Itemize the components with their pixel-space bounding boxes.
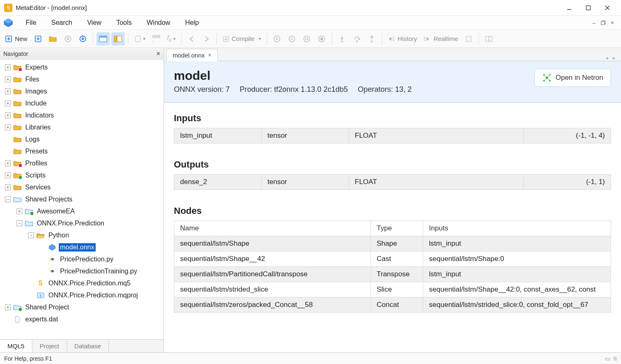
document-tab[interactable]: model.onnx × [166,49,218,61]
expander-placeholder [40,256,46,262]
tree-item[interactable]: −ONNX.Price.Prediction [0,217,164,229]
window-close-button[interactable] [598,1,617,14]
table-header-row: NameTypeInputs [174,221,611,236]
compile-button[interactable]: Compile ▾ [220,32,263,46]
model-producer: Producer: tf2onnx 1.13.0 2c1db5 [240,85,348,94]
tree-item[interactable]: +AwesomeEA [0,205,164,217]
menu-window[interactable]: Window [139,17,178,28]
step-over-icon [353,35,361,43]
expand-icon[interactable]: + [5,172,11,178]
tree-item[interactable]: Presets [0,145,164,157]
tree-item[interactable]: +Libraries [0,121,164,133]
tree-item[interactable]: ꔷꔷPricePredictionTraining.py [0,265,164,277]
tree-item[interactable]: +Include [0,97,164,109]
var-button[interactable]: VAR↓ [149,32,163,46]
tree-item[interactable]: +Indicators [0,109,164,121]
tree-item[interactable]: +Files [0,73,164,85]
navigator-tab-mql5[interactable]: MQL5 [0,340,32,352]
history-button[interactable]: History [385,32,420,46]
document-tab-close[interactable]: × [208,52,212,58]
tree-item[interactable]: +Shared Project [0,301,164,313]
tree-item-label: PricePredictionTraining.py [59,267,138,275]
debug-start-button[interactable] [270,32,284,46]
expand-icon[interactable]: + [5,77,11,82]
menu-file[interactable]: File [18,17,44,28]
function-button[interactable]: fx▾ [164,32,178,46]
menu-view[interactable]: View [79,17,108,28]
expand-icon[interactable]: + [5,65,11,70]
expand-icon[interactable]: + [5,125,11,130]
tree-item[interactable]: Logs [0,133,164,145]
expand-icon[interactable]: + [5,89,11,94]
table-row: sequential/lstm/PartitionedCall/transpos… [174,267,611,282]
tab-scroll-arrows[interactable]: ◂ ▸ [602,55,621,61]
menu-search[interactable]: Search [44,17,80,28]
realtime-button[interactable]: Realtime [421,32,460,46]
tree-item[interactable]: 5ONNX.Price.Prediction.mq5 [0,277,164,289]
mdi-restore-button[interactable] [599,19,607,26]
open-button[interactable] [46,32,60,46]
navigator-tab-project[interactable]: Project [32,340,67,352]
expander-placeholder [40,268,46,274]
window-minimize-button[interactable] [560,1,579,14]
clipboard-button[interactable]: ▾ [132,32,148,46]
step-over-button[interactable] [350,32,363,46]
step-out-button[interactable] [365,32,378,46]
navigator-header: Navigator × [0,48,164,60]
mdi-close-button[interactable]: × [609,19,616,26]
debug-resume-button[interactable] [285,32,298,46]
step-into-button[interactable] [335,32,349,46]
save-all-button[interactable] [76,32,89,46]
tree-item[interactable]: model.onnx [0,241,164,253]
debug-stop-button[interactable] [315,32,328,46]
navigator-tab-database[interactable]: Database [67,340,109,352]
collapse-icon[interactable]: − [28,232,34,238]
minimize-icon [567,5,572,10]
tree-item[interactable]: +Services [0,181,164,193]
expand-icon[interactable]: + [5,304,11,310]
collapse-icon[interactable]: − [17,220,22,226]
menu-help[interactable]: Help [178,17,206,28]
tree-item[interactable]: +Images [0,85,164,97]
tree-item[interactable]: −Python [0,229,164,241]
mdi-minimize-button[interactable]: – [590,19,598,26]
tree-item[interactable]: +Profiles [0,157,164,169]
expand-icon[interactable]: + [5,113,11,118]
profiler-button[interactable] [462,32,475,46]
new-icon [5,35,12,43]
svg-point-31 [341,41,343,42]
svg-marker-42 [49,244,55,250]
collapse-icon[interactable]: − [5,196,11,202]
tree-item[interactable]: −Shared Projects [0,193,164,205]
new-button[interactable]: New [2,32,30,46]
folder-blue-icon [13,196,22,203]
document-body[interactable]: model ONNX version: 7 Producer: tf2onnx … [164,61,621,352]
navigator-tree[interactable]: +Experts+Files+Images+Include+Indicators… [0,60,164,339]
nodes-table: NameTypeInputssequential/lstm/ShapeShape… [174,220,611,313]
new-file-button[interactable] [31,32,45,46]
window-maximize-button[interactable] [579,1,598,14]
navigator-toggle-button[interactable] [96,32,110,46]
tree-item[interactable]: ꔷꔷPricePrediction.py [0,253,164,265]
expand-icon[interactable]: + [5,184,11,190]
tree-item[interactable]: +Experts [0,61,164,73]
debug-pause-button[interactable] [300,32,313,46]
tree-item[interactable]: +Scripts [0,169,164,181]
nav-back-button[interactable] [185,32,198,46]
navigator-close-button[interactable]: × [156,50,160,57]
tree-item[interactable]: experts.dat [0,313,164,325]
nav-forward-button[interactable] [200,32,213,46]
terminal-button[interactable] [482,32,496,46]
tree-item[interactable]: 5ONNX.Price.Prediction.mqproj [0,289,164,301]
expand-icon[interactable]: + [17,208,22,214]
navigator-panel: Navigator × +Experts+Files+Images+Includ… [0,48,164,352]
play-icon [288,35,296,43]
expand-icon[interactable]: + [5,101,11,106]
toolbox-toggle-button[interactable] [111,32,125,46]
open-in-netron-button[interactable]: Open in Netron [534,69,611,87]
svg-line-52 [544,78,547,81]
svg-rect-39 [466,36,471,41]
save-button[interactable] [61,32,75,46]
expand-icon[interactable]: + [5,160,11,166]
menu-tools[interactable]: Tools [109,17,139,28]
